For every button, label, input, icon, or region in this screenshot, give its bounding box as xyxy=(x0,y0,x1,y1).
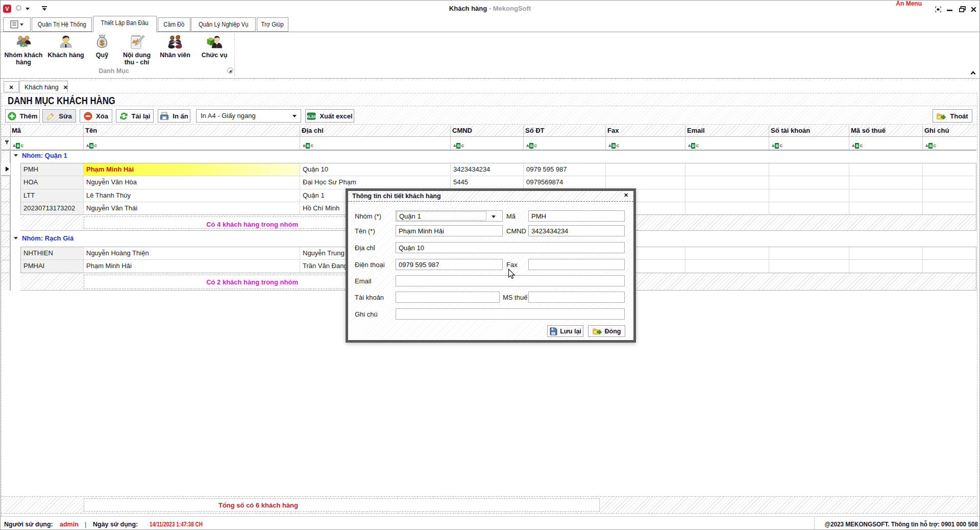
svg-text:XLSX: XLSX xyxy=(307,114,316,119)
svg-text:$: $ xyxy=(100,38,105,47)
